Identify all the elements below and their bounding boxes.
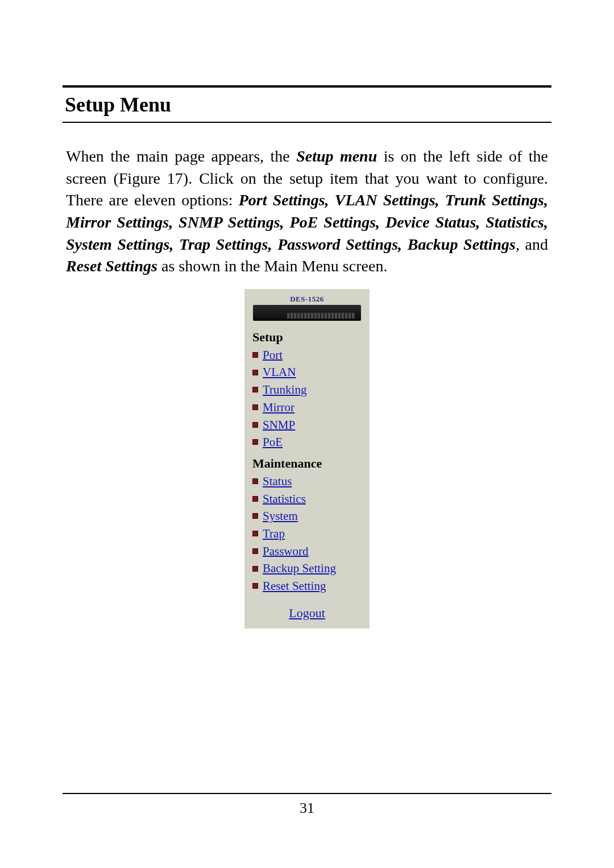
setup-item: VLAN	[244, 363, 370, 381]
setup-link[interactable]: VLAN	[263, 365, 296, 379]
maintenance-item: Backup Setting	[244, 559, 370, 577]
body-paragraph: When the main page appears, the Setup me…	[63, 146, 551, 278]
section-heading-rule: Setup Menu	[63, 85, 551, 123]
square-bullet-icon	[252, 496, 258, 502]
emphasis-reset-settings: Reset Settings	[66, 257, 157, 275]
figure-container: DES-1526 Setup PortVLANTrunkingMirrorSNM…	[63, 289, 551, 629]
maintenance-item: Status	[244, 472, 370, 490]
document-page: Setup Menu When the main page appears, t…	[0, 0, 614, 868]
text-run: When the main page appears, the	[66, 147, 296, 165]
setup-link[interactable]: Trunking	[263, 383, 306, 396]
setup-item: Port	[244, 346, 370, 363]
maintenance-link[interactable]: Password	[263, 544, 309, 557]
maintenance-item: Statistics	[244, 490, 370, 507]
setup-menu-list: PortVLANTrunkingMirrorSNMPPoE	[244, 346, 370, 450]
maintenance-item: Reset Setting	[244, 577, 370, 594]
maintenance-link[interactable]: System	[263, 509, 298, 523]
square-bullet-icon	[252, 548, 258, 554]
setup-item: Trunking	[244, 381, 370, 398]
square-bullet-icon	[252, 531, 258, 536]
maintenance-link[interactable]: Backup Setting	[263, 561, 336, 575]
maintenance-link[interactable]: Statistics	[263, 491, 306, 505]
maintenance-item: Password	[244, 542, 370, 560]
setup-link[interactable]: PoE	[263, 435, 283, 449]
device-header: DES-1526	[244, 294, 370, 324]
page-footer: 31	[63, 793, 551, 817]
setup-link[interactable]: Port	[263, 348, 283, 361]
square-bullet-icon	[252, 566, 258, 572]
switch-device-icon	[253, 305, 361, 321]
text-run: as shown in the Main Menu screen.	[157, 257, 387, 275]
square-bullet-icon	[252, 404, 258, 410]
maintenance-link[interactable]: Status	[263, 474, 292, 488]
logout-row: Logout	[244, 594, 370, 621]
maintenance-link[interactable]: Reset Setting	[263, 579, 326, 593]
maintenance-menu-list: StatusStatisticsSystemTrapPasswordBackup…	[244, 472, 370, 594]
square-bullet-icon	[252, 478, 258, 484]
maintenance-item: Trap	[244, 524, 370, 542]
setup-item: SNMP	[244, 416, 370, 433]
setup-item: PoE	[244, 433, 370, 450]
square-bullet-icon	[252, 513, 258, 519]
square-bullet-icon	[252, 583, 258, 589]
emphasis-setup-menu: Setup menu	[296, 147, 377, 165]
square-bullet-icon	[252, 422, 258, 428]
square-bullet-icon	[252, 387, 258, 392]
maintenance-link[interactable]: Trap	[263, 527, 285, 540]
square-bullet-icon	[252, 352, 258, 358]
group-title-maintenance: Maintenance	[244, 450, 370, 472]
setup-link[interactable]: SNMP	[263, 418, 295, 431]
section-heading: Setup Menu	[63, 88, 551, 122]
setup-link[interactable]: Mirror	[263, 400, 294, 414]
group-title-setup: Setup	[244, 324, 370, 346]
setup-item: Mirror	[244, 398, 370, 416]
page-number: 31	[300, 800, 314, 816]
square-bullet-icon	[252, 439, 258, 445]
square-bullet-icon	[252, 370, 258, 375]
device-model-label: DES-1526	[244, 295, 370, 304]
logout-link[interactable]: Logout	[289, 606, 325, 620]
text-run: , and	[516, 235, 548, 253]
maintenance-item: System	[244, 507, 370, 524]
setup-sidebar-screenshot: DES-1526 Setup PortVLANTrunkingMirrorSNM…	[244, 289, 370, 629]
